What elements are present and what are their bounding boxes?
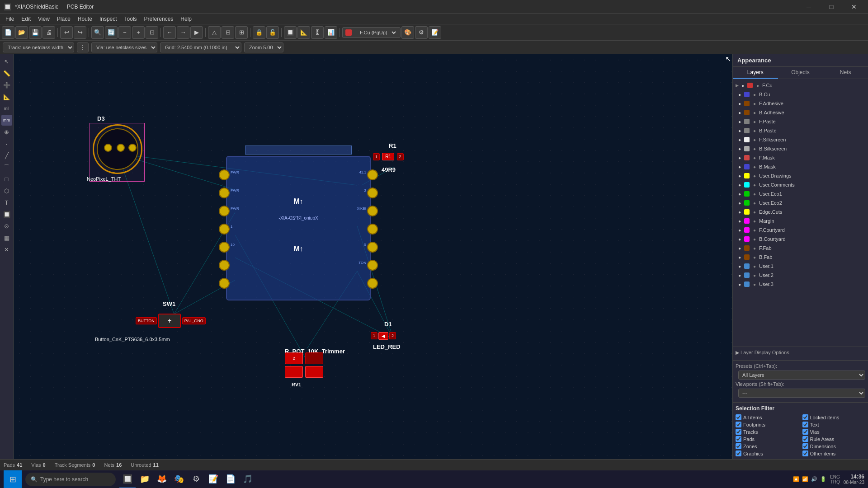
layer-item-user-3[interactable]: ● ● User.3 (733, 280, 868, 289)
redo-button[interactable]: ↪ (74, 26, 86, 39)
menu-item-help[interactable]: Help (177, 15, 195, 23)
filter-checkbox-pads[interactable] (736, 436, 741, 442)
layer-item-f-paste[interactable]: ● ● F.Paste (733, 117, 868, 126)
grid-select[interactable]: Grid: 2.5400 mm (0.1000 in) (160, 42, 241, 52)
filter-checkbox-vias[interactable] (802, 429, 808, 435)
layer-visibility-icon[interactable]: ● (736, 145, 743, 152)
save-button[interactable]: 💾 (29, 26, 42, 39)
filter-checkbox-zones[interactable] (736, 443, 741, 449)
layer-select[interactable]: F.Cu (PgUp) (355, 27, 397, 38)
taskbar-firefox[interactable]: 🦊 (154, 470, 170, 488)
layer-item-f-adhesive[interactable]: ● ● F.Adhesive (733, 99, 868, 108)
clock-area[interactable]: ENG TRQ (830, 474, 840, 484)
flip-button[interactable]: △ (208, 26, 221, 39)
layer-visibility-icon[interactable]: ● (736, 109, 743, 116)
draw-rect-tool[interactable]: □ (1, 174, 12, 184)
tab-layers[interactable]: Layers (733, 67, 778, 79)
add-pad-tool[interactable]: ⊙ (1, 221, 12, 231)
layer-item-b-cu[interactable]: ● ● B.Cu (733, 90, 868, 99)
presets-ctrl-select[interactable]: All Layers (738, 371, 865, 380)
layer-visibility-icon[interactable]: ● (736, 118, 743, 125)
menu-item-inspect[interactable]: Inspect (96, 15, 121, 23)
layer-item-f-silkscreen[interactable]: ● ● F.Silkscreen (733, 135, 868, 144)
layer-visibility-icon[interactable]: ● (736, 218, 743, 224)
filter-checkbox-graphics[interactable] (736, 450, 741, 456)
layer-visibility-icon[interactable]: ● (736, 136, 743, 143)
zoom-select[interactable]: Zoom 5.00 (244, 42, 283, 52)
taskbar-vscode[interactable]: 📝 (205, 470, 222, 488)
netlist-button[interactable]: 🔲 (284, 26, 297, 39)
layer-item-b-mask[interactable]: ● ● B.Mask (733, 162, 868, 171)
scripting-console-button[interactable]: 📝 (429, 26, 441, 39)
filter-checkbox-dimensions[interactable] (802, 443, 808, 449)
draw-arc-tool[interactable]: ⌒ (1, 162, 12, 173)
unlock-button[interactable]: 🔓 (266, 26, 279, 39)
zoom-out-button[interactable]: − (118, 26, 131, 39)
via-size-select[interactable]: Via: use netclass sizes (91, 42, 157, 52)
layer-visibility-icon[interactable]: ● (736, 155, 743, 161)
text-tool[interactable]: T (1, 197, 12, 208)
filter-checkbox-all-items[interactable] (736, 414, 741, 420)
layer-item-user-eco1[interactable]: ● ● User.Eco1 (733, 189, 868, 198)
zoom-in-button[interactable]: + (132, 26, 145, 39)
filter-checkbox-tracks[interactable] (736, 429, 741, 435)
grid-button[interactable]: ⊞ (235, 26, 248, 39)
taskbar-spotify[interactable]: 🎵 (240, 470, 256, 488)
polygon-tool[interactable]: ⬡ (1, 185, 12, 196)
layer-item-b-fab[interactable]: ● ● B.Fab (733, 253, 868, 262)
menu-item-edit[interactable]: Edit (18, 15, 34, 23)
layer-visibility-icon[interactable]: ● (736, 91, 743, 98)
minimize-button[interactable]: ─ (798, 0, 819, 14)
layer-visibility-icon[interactable]: ● (736, 236, 743, 242)
taskbar-file-explorer[interactable]: 📁 (137, 470, 153, 488)
layer-visibility-icon[interactable]: ● (736, 245, 743, 251)
delete-tool[interactable]: ✕ (1, 244, 12, 255)
mil-unit[interactable]: mil (1, 103, 12, 114)
layer-visibility-icon[interactable]: ● (736, 164, 743, 170)
tab-objects[interactable]: Objects (778, 67, 823, 79)
filter-checkbox-text[interactable] (802, 422, 808, 427)
refresh-button[interactable]: 🔄 (105, 26, 118, 39)
layer-visibility-icon[interactable]: ● (736, 173, 743, 179)
layer-display-toggle[interactable]: ▶ Layer Display Options (736, 350, 865, 356)
lock-button[interactable]: 🔒 (253, 26, 265, 39)
print-button[interactable]: 🖨 (42, 26, 55, 39)
filter-checkbox-rule-areas[interactable] (802, 436, 808, 442)
filter-checkbox-locked-items[interactable] (802, 414, 808, 420)
layer-visibility-icon[interactable]: ● (736, 263, 743, 269)
menu-item-route[interactable]: Route (74, 15, 96, 23)
3d-button[interactable]: 🎛 (311, 26, 324, 39)
menu-item-file[interactable]: File (2, 15, 18, 23)
close-button[interactable]: ✕ (844, 0, 864, 14)
layer-item-margin[interactable]: ● ● Margin (733, 216, 868, 225)
layer-item-b-paste[interactable]: ● ● B.Paste (733, 126, 868, 135)
layer-item-b-courtyard[interactable]: ● ● B.Courtyard (733, 235, 868, 244)
taskbar-kicad[interactable]: ⚙ (188, 470, 204, 488)
mm-unit[interactable]: mm (1, 115, 12, 126)
route-track-tool[interactable]: ➕ (1, 80, 12, 90)
ruler-tool[interactable]: 📐 (1, 91, 12, 102)
layer-visibility-icon[interactable]: ● (736, 127, 743, 134)
taskbar-pdf[interactable]: 📄 (222, 470, 239, 488)
layer-visibility-icon[interactable]: ● (736, 200, 743, 206)
run-button[interactable]: ▶ (190, 26, 203, 39)
layer-item-f-fab[interactable]: ● ● F.Fab (733, 244, 868, 253)
layer-item-f-courtyard[interactable]: ● ● F.Courtyard (733, 225, 868, 235)
inspect-tool[interactable]: 📏 (1, 68, 12, 79)
highlight-net-button[interactable]: 🎨 (401, 26, 414, 39)
point-tool[interactable]: · (1, 138, 12, 149)
taskbar-pcb-editor[interactable]: 🔲 (119, 470, 136, 488)
menu-item-tools[interactable]: Tools (121, 15, 141, 23)
subtract-button[interactable]: ⊟ (222, 26, 234, 39)
origin-tool[interactable]: ⊕ (1, 127, 12, 137)
add-footprint-tool[interactable]: 🔲 (1, 209, 12, 220)
maximize-button[interactable]: □ (821, 0, 842, 14)
layer-item-user-1[interactable]: ● ● User.1 (733, 262, 868, 271)
add-zone-tool[interactable]: ▦ (1, 232, 12, 243)
open-button[interactable]: 📂 (15, 26, 28, 39)
layer-item-user-eco2[interactable]: ● ● User.Eco2 (733, 198, 868, 207)
pcb-canvas[interactable]: D3 NeoPixeL_THT (14, 54, 732, 459)
navigate-back-button[interactable]: ← (163, 26, 176, 39)
track-options-button[interactable]: ⋮ (77, 42, 89, 52)
filter-checkbox-footprints[interactable] (736, 422, 741, 427)
